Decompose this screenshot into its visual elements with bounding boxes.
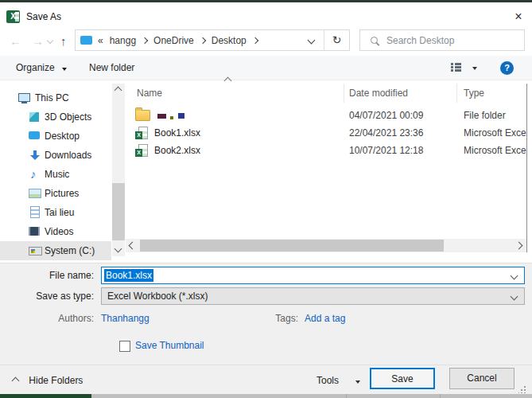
breadcrumb-collapsed[interactable]: «	[98, 35, 103, 46]
resize-grip[interactable]	[518, 386, 526, 393]
organize-button[interactable]: Organize	[16, 56, 67, 80]
folder-icon	[135, 110, 150, 121]
column-header-name[interactable]: Name	[126, 84, 344, 103]
desktop-location-icon	[80, 36, 92, 45]
back-icon[interactable]: ←	[10, 26, 21, 56]
sidebar-item-label: Downloads	[45, 146, 91, 165]
sidebar-item-pictures[interactable]: Pictures	[0, 184, 111, 203]
filelist-horizontal-scrollbar[interactable]	[126, 239, 526, 252]
music-icon: ♪	[30, 168, 43, 181]
organize-dropdown-icon	[62, 68, 67, 71]
save-as-type-dropdown-icon[interactable]	[511, 293, 518, 301]
tools-label: Tools	[316, 375, 339, 386]
breadcrumb-separator-icon[interactable]	[252, 37, 258, 43]
address-bar[interactable]: « hangg OneDrive Desktop ↻	[75, 29, 350, 51]
sidebar-item-desktop[interactable]: Desktop	[0, 127, 111, 146]
authors-label: Authors:	[22, 313, 94, 324]
desktop-icon	[29, 131, 40, 139]
sidebar-item-videos[interactable]: Videos	[0, 222, 111, 241]
cancel-button[interactable]: Cancel	[449, 368, 515, 389]
column-header-date-modified[interactable]: Date modified	[344, 84, 457, 103]
scroll-left-icon[interactable]	[129, 242, 137, 250]
sidebar-item-label: Tai lieu	[45, 203, 74, 222]
sidebar-scrollbar-thumb[interactable]	[112, 183, 125, 240]
sidebar-item-label: This PC	[35, 88, 69, 107]
excel-app-icon: X	[6, 10, 20, 23]
excel-file-icon: X	[135, 144, 148, 157]
file-name-selected-text: Book1.xlsx	[104, 269, 153, 282]
background-edge-divider	[346, 394, 347, 398]
pictures-icon	[29, 189, 41, 198]
save-as-dialog: X Save As × ← → ↑ « hangg OneDrive Deskt…	[0, 0, 532, 398]
save-as-type-label: Save as type:	[22, 291, 94, 302]
3d-objects-icon	[29, 112, 39, 122]
file-date: 04/07/2021 00:09	[349, 107, 423, 124]
folder-name-block	[157, 114, 166, 119]
forward-icon[interactable]: →	[32, 26, 44, 56]
save-form-pane: File name: Book1.xlsx Save as type: Exce…	[0, 263, 532, 365]
sidebar-item-music[interactable]: ♪ Music	[0, 165, 111, 184]
save-thumbnail-label: Save Thumbnail	[135, 340, 204, 351]
column-header-type[interactable]: Type	[457, 84, 526, 103]
breadcrumb-item-onedrive[interactable]: OneDrive	[153, 35, 194, 46]
up-icon[interactable]: ↑	[60, 26, 67, 56]
history-chevron-icon[interactable]	[47, 37, 53, 44]
horizontal-scrollbar-thumb[interactable]	[140, 240, 444, 252]
filelist-right-edge	[526, 84, 527, 252]
hide-folders-button[interactable]: Hide Folders	[13, 373, 83, 388]
background-edge-divider	[440, 394, 441, 398]
title-bar: X Save As ×	[0, 2, 532, 26]
close-button[interactable]: ×	[507, 7, 530, 26]
search-box[interactable]: Search Desktop	[359, 29, 525, 51]
file-name: Book1.xlsx	[154, 124, 200, 142]
refresh-icon[interactable]: ↻	[324, 30, 349, 50]
scroll-down-icon[interactable]	[115, 245, 122, 253]
breadcrumb-separator-icon[interactable]	[200, 37, 206, 43]
breadcrumb-item-desktop[interactable]: Desktop	[212, 35, 247, 46]
breadcrumb-item-hangg[interactable]: hangg	[110, 35, 136, 46]
system-drive-icon	[29, 247, 42, 256]
view-options-icon[interactable]	[451, 63, 461, 73]
folder-name-block	[170, 116, 173, 119]
file-type: Microsoft Excel W	[464, 142, 526, 159]
file-row-book1[interactable]: X Book1.xlsx 22/04/2021 23:36 Microsoft …	[126, 124, 526, 142]
dialog-footer: Hide Folders Tools Save Cancel	[0, 365, 532, 394]
save-as-type-select[interactable]: Excel Workbook (*.xlsx)	[101, 287, 525, 305]
save-button[interactable]: Save	[370, 368, 435, 389]
tags-add-link[interactable]: Add a tag	[305, 313, 345, 324]
sidebar-item-this-pc[interactable]: This PC	[0, 88, 111, 107]
help-icon[interactable]: ?	[500, 61, 514, 75]
view-options-dropdown-icon[interactable]	[472, 67, 477, 70]
tools-button[interactable]: Tools	[316, 373, 360, 388]
navigation-bar: ← → ↑ « hangg OneDrive Desktop ↻ Search …	[0, 26, 532, 56]
file-name-dropdown-icon[interactable]	[511, 272, 518, 280]
sidebar-item-downloads[interactable]: Downloads	[0, 146, 111, 165]
authors-value[interactable]: Thanhangg	[101, 313, 150, 324]
downloads-icon	[29, 149, 41, 162]
file-name-input[interactable]: Book1.xlsx	[101, 267, 525, 284]
file-row-book2[interactable]: X Book2.xlsx 10/07/2021 12:18 Microsoft …	[126, 142, 526, 159]
breadcrumb-separator-icon[interactable]	[142, 37, 148, 43]
save-thumbnail-checkbox[interactable]	[119, 341, 130, 352]
sidebar-scrollbar[interactable]	[112, 84, 125, 256]
excel-file-icon: X	[135, 127, 148, 139]
background-taskbar-edge	[91, 394, 532, 398]
file-row-folder[interactable]: 04/07/2021 00:09 File folder	[126, 107, 526, 124]
new-folder-button[interactable]: New folder	[89, 56, 134, 80]
search-icon	[371, 37, 378, 44]
sidebar-item-label: Pictures	[45, 184, 79, 203]
folder-name-glyph-blocks	[157, 107, 186, 124]
file-type: File folder	[464, 107, 526, 124]
scroll-up-icon[interactable]	[115, 87, 122, 95]
sidebar-item-label: System (C:)	[45, 241, 95, 260]
folder-name-block	[178, 113, 184, 119]
sidebar-item-tai-lieu[interactable]: Tai lieu	[0, 203, 111, 222]
file-date: 22/04/2021 23:36	[349, 124, 423, 142]
scroll-right-icon[interactable]	[515, 242, 523, 250]
address-dropdown-icon[interactable]	[308, 37, 316, 45]
window-title: Save As	[26, 11, 61, 22]
organize-label: Organize	[16, 62, 55, 73]
sidebar-item-system-c[interactable]: System (C:)	[0, 241, 111, 260]
sidebar-item-3d-objects[interactable]: 3D Objects	[0, 107, 111, 127]
sidebar-item-label: Music	[45, 165, 69, 184]
